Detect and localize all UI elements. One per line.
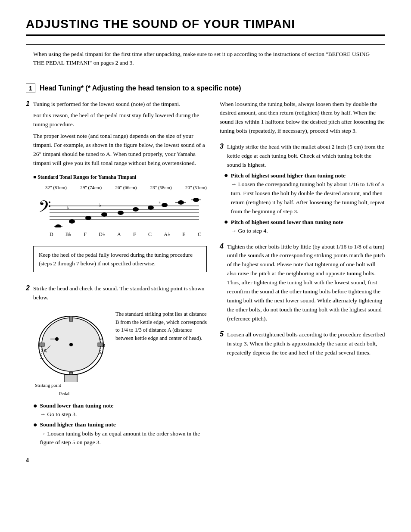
flat-Db: ♭ (99, 202, 101, 208)
step-2-block: 2 Strike the head and check the sound. T… (26, 284, 207, 448)
note-name-F2: F (133, 230, 136, 239)
svg-rect-21 (98, 343, 103, 346)
drum-caption: The standard striking point lies at dist… (115, 307, 207, 342)
note-F (85, 216, 91, 220)
main-content: 1 Tuning is performed for the lowest sou… (26, 100, 385, 464)
striking-point-label: Striking point (35, 382, 109, 389)
step-2-number: 2 (26, 284, 30, 448)
step-3-header: 3 Lightly strike the head with the malle… (220, 143, 385, 170)
step-4-header: 4 Tighten the other bolts little by litt… (220, 243, 385, 324)
step-3-bullet-1-title: Pitch of highest sound higher than tunin… (231, 172, 346, 179)
bullet-sound-higher: ● Sound higher than tuning note → Loosen… (33, 420, 207, 447)
step-1-content: Tuning is performed for the lowest sound… (33, 100, 207, 279)
size-label-2: 29" (74cm) (80, 184, 102, 191)
tonal-ranges-section: ■ Standard Tonal Ranges for Yamaha Timpa… (33, 173, 207, 241)
section-header: 1 Head Tuning* (* Adjusting the head ten… (26, 84, 385, 93)
note-name-Ab: A♭ (164, 230, 170, 239)
notice-box: When using the pedal timpani for the fir… (26, 44, 385, 73)
note-Ab (162, 203, 168, 207)
note-name-A: A (117, 230, 121, 239)
note-name-C: C (148, 230, 152, 239)
bullet-lower-content: Sound lower than tuning note → Go to ste… (40, 401, 207, 419)
step-3-bullet-dot-1: ● (224, 171, 228, 179)
drum-svg-wrap: A B (33, 307, 109, 397)
note-name-Db: D♭ (99, 230, 105, 239)
step-2-text: Strike the head and check the sound. The… (33, 284, 207, 302)
note-C2 (193, 198, 199, 202)
note-name-Bb: B♭ (65, 230, 72, 239)
step-3-bullet-2-title: Pitch of highest sound lower than tuning… (231, 219, 343, 225)
step-3-number: 3 (220, 143, 224, 170)
bullet-dot-1: ● (33, 401, 37, 411)
step-1-para-1: Tuning is performed for the lowest sound… (33, 100, 207, 109)
size-label-4: 23" (58cm) (150, 184, 172, 191)
step-4-text: Tighten the other bolts little by little… (227, 243, 385, 324)
bullet-higher-arrow: → Loosen tuning bolts by an equal amount… (40, 429, 207, 447)
bullet-lower-title: Sound lower than tuning note (40, 402, 114, 409)
step-5-text: Loosen all overtightened bolts according… (227, 330, 385, 358)
label-A: A (44, 348, 47, 353)
bass-clef: 𝄢 (38, 198, 51, 220)
step-5-header: 5 Loosen all overtightened bolts accordi… (220, 330, 385, 358)
note-A (118, 211, 124, 215)
step-3-text: Lightly strike the head with the mallet … (227, 143, 385, 170)
svg-point-10 (69, 343, 73, 346)
bullet-higher-content: Sound higher than tuning note → Loosen t… (40, 420, 207, 447)
note-F2 (133, 207, 139, 212)
step-3-bullet-1-content: Pitch of highest sound higher than tunin… (231, 172, 385, 216)
step-5-number: 5 (220, 330, 224, 358)
bullet-higher-title: Sound higher than tuning note (40, 421, 116, 428)
size-label-5: 20" (51cm) (185, 184, 207, 191)
step-3-bullet-1: ● Pitch of highest sound higher than tun… (224, 172, 385, 216)
flat-Bb: ♭ (67, 205, 69, 210)
step-5-block: 5 Loosen all overtightened bolts accordi… (220, 330, 385, 358)
pedal-instruction-box: Keep the heel of the pedal fully lowered… (33, 246, 207, 272)
bullet-sound-lower: ● Sound lower than tuning note → Go to s… (33, 401, 207, 419)
step-3-bullet-2-content: Pitch of highest sound lower than tuning… (231, 219, 343, 236)
note-name-C2: C (198, 230, 201, 239)
step-3-bullet-dot-2: ● (224, 218, 228, 226)
svg-rect-20 (39, 343, 44, 346)
section-title: Head Tuning* (* Adjusting the head tensi… (40, 84, 241, 92)
step-3-bullet-2-arrow: → Go to step 4. (231, 227, 343, 236)
svg-rect-18 (69, 316, 73, 321)
bullet-dot-2: ● (33, 420, 37, 430)
note-D (55, 224, 61, 227)
note-name-F: F (84, 230, 87, 239)
step-3-bullet-2: ● Pitch of highest sound lower than tuni… (224, 219, 385, 236)
note-name-E: E (182, 230, 185, 239)
loosening-note: When loosening the tuning bolts, always … (220, 100, 385, 136)
staff-size-labels: 32" (81cm) 29" (74cm) 26" (66cm) 23" (58… (33, 184, 207, 191)
step-1-block: 1 Tuning is performed for the lowest sou… (26, 100, 207, 279)
step-4-number: 4 (220, 243, 224, 324)
note-names: D B♭ F D♭ A F C A♭ E C (37, 230, 201, 239)
drum-illustration: A B (33, 307, 207, 397)
tonal-ranges-title: ■ Standard Tonal Ranges for Yamaha Timpa… (33, 173, 207, 181)
step-4-block: 4 Tighten the other bolts little by litt… (220, 243, 385, 324)
svg-rect-23 (64, 375, 77, 382)
section-number: 1 (26, 84, 35, 93)
size-label-3: 26" (66cm) (115, 184, 137, 191)
note-E (178, 200, 184, 205)
page-title: ADJUSTING THE SOUND OF YOUR TIMPANI (26, 17, 385, 36)
pedal-label: Pedal (59, 390, 109, 397)
page-number: 4 (26, 457, 207, 464)
right-column: When loosening the tuning bolts, always … (220, 100, 385, 464)
flat-Ab: ♭ (159, 200, 161, 205)
step-1-para-3: The proper lowest note (and tonal range)… (33, 132, 207, 168)
bullet-lower-arrow: → Go to step 3. (40, 410, 207, 419)
step-3-bullet-1-arrow: → Loosen the corresponding tuning bolt b… (231, 180, 385, 216)
note-Db (101, 212, 107, 217)
drum-diagram: A B (33, 307, 109, 382)
step-3-block: 3 Lightly strike the head with the malle… (220, 143, 385, 235)
size-label-1: 32" (81cm) (45, 184, 67, 191)
step-1-number: 1 (26, 100, 30, 279)
note-Bb (69, 219, 75, 224)
staff-svg: 𝄢 (37, 197, 201, 227)
left-column: 1 Tuning is performed for the lowest sou… (26, 100, 207, 464)
music-staff: 𝄢 (33, 195, 207, 241)
step-1-para-2: For this reason, the heel of the pedal m… (33, 111, 207, 129)
step-2-content: Strike the head and check the sound. The… (33, 284, 207, 448)
note-name-D: D (50, 230, 53, 239)
note-C (148, 205, 154, 210)
